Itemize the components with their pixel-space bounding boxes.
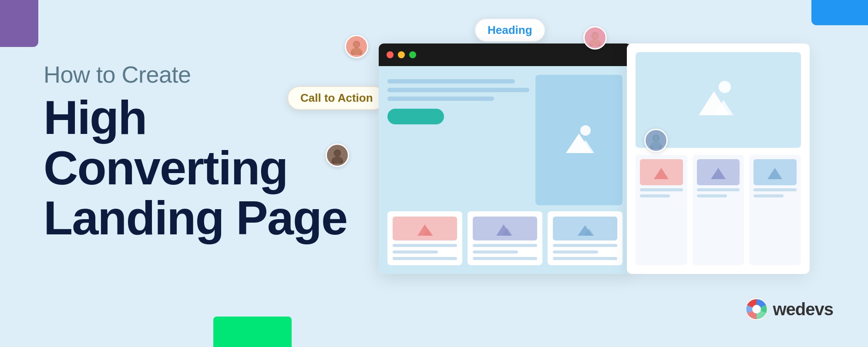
- side-panel-cards-row: [636, 155, 801, 265]
- mountain-icon-2: [494, 220, 516, 237]
- text-line-1: [387, 79, 515, 83]
- card-line-3b: [553, 250, 598, 254]
- svg-point-21: [334, 150, 340, 156]
- svg-point-32: [752, 305, 761, 314]
- mountain-icon-1: [414, 220, 436, 237]
- card-image-2: [473, 217, 537, 240]
- browser-text-column: [387, 75, 529, 205]
- card-image-3: [553, 217, 617, 240]
- side-mountain-3: [765, 163, 785, 181]
- side-panel-mountain: [692, 78, 744, 122]
- avatar-2: [326, 143, 349, 167]
- side-card-3: [749, 155, 801, 265]
- browser-mockup: [379, 43, 631, 274]
- svg-point-30: [651, 142, 661, 149]
- svg-point-9: [719, 81, 731, 93]
- browser-card-2: [468, 211, 542, 265]
- side-card-img-2: [697, 159, 740, 185]
- main-title-line2: Landing Page: [44, 191, 347, 244]
- cta-label-badge: Call to Action: [287, 86, 386, 110]
- card-line-3a: [553, 244, 617, 247]
- svg-point-22: [332, 157, 343, 163]
- text-line-3: [387, 97, 494, 101]
- card-line-1b: [393, 250, 438, 254]
- svg-point-0: [580, 125, 591, 136]
- card-line-2c: [473, 257, 537, 260]
- card-line-1a: [393, 244, 457, 247]
- avatar-1-icon: [348, 38, 365, 55]
- svg-marker-12: [654, 168, 669, 179]
- side-card-img-1: [640, 159, 683, 185]
- avatar-4-icon: [648, 132, 664, 149]
- svg-marker-14: [767, 168, 782, 179]
- mountain-icon-3: [574, 220, 596, 237]
- side-mountain-2: [709, 163, 728, 181]
- card-line-1c: [393, 257, 457, 260]
- browser-dot-green: [409, 51, 416, 58]
- card-line-2a: [473, 244, 537, 247]
- svg-point-29: [653, 135, 659, 141]
- browser-card-3: [548, 211, 622, 265]
- card-line-2b: [473, 250, 518, 254]
- side-panel-mockup: [627, 43, 810, 274]
- avatar-4: [644, 129, 668, 152]
- wedevs-logo: wedevs: [745, 297, 833, 321]
- corner-purple-decoration: [0, 0, 38, 47]
- side-card-2: [693, 155, 744, 265]
- text-line-2: [387, 88, 529, 92]
- avatar-3-icon: [587, 30, 603, 46]
- cta-button-mock: [387, 109, 444, 124]
- corner-green-decoration: [213, 317, 292, 347]
- browser-media-column: [535, 75, 622, 205]
- side-card-1: [636, 155, 687, 265]
- main-title-line1: High Converting: [44, 90, 288, 194]
- side-card-img-3: [754, 159, 797, 185]
- side-mountain-1: [652, 163, 671, 181]
- wedevs-brand-text: wedevs: [773, 300, 833, 319]
- avatar-1: [345, 35, 368, 58]
- browser-main-section: [387, 75, 622, 205]
- heading-label-badge: Heading: [474, 18, 545, 42]
- browser-card-1: [387, 211, 462, 265]
- hero-main-title: High Converting Landing Page: [44, 92, 348, 243]
- browser-dot-yellow: [398, 51, 405, 58]
- browser-content-area: [379, 66, 631, 274]
- corner-blue-decoration: [811, 0, 868, 25]
- svg-point-18: [351, 48, 362, 55]
- avatar-2-icon: [329, 147, 346, 163]
- wedevs-icon: [745, 297, 768, 321]
- svg-marker-13: [711, 168, 726, 179]
- svg-point-17: [353, 41, 360, 47]
- hero-subtitle: How to Create: [44, 61, 348, 88]
- card-line-3c: [553, 257, 617, 260]
- svg-point-25: [592, 33, 598, 39]
- mountain-illustration: [557, 123, 601, 157]
- browser-dot-red: [387, 51, 394, 58]
- browser-cards-row: [387, 211, 622, 265]
- svg-point-26: [590, 39, 600, 46]
- card-image-1: [393, 217, 457, 240]
- avatar-3: [583, 26, 607, 50]
